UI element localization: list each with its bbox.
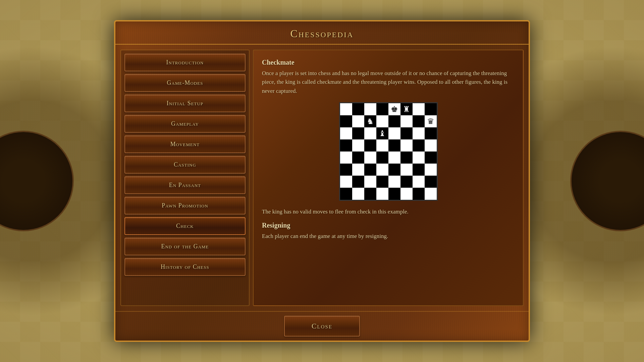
chess-cell-3-3 bbox=[376, 139, 388, 152]
sidebar-item-end-of-the-game[interactable]: End of the Game bbox=[124, 238, 246, 255]
sidebar-item-check[interactable]: Check bbox=[124, 217, 246, 235]
chess-cell-7-2 bbox=[364, 188, 376, 200]
chess-piece: ♝ bbox=[379, 129, 386, 137]
chess-cell-6-7 bbox=[425, 176, 437, 188]
chess-cell-4-4 bbox=[388, 152, 400, 164]
chess-cell-3-1 bbox=[352, 139, 364, 152]
chess-cell-5-2 bbox=[364, 164, 376, 176]
chess-cell-7-7 bbox=[425, 188, 437, 200]
chess-cell-6-0 bbox=[340, 176, 352, 188]
chess-cell-7-5 bbox=[400, 188, 413, 200]
chess-cell-2-1 bbox=[352, 127, 364, 139]
board-caption: The king has no valid moves to flee from… bbox=[262, 207, 515, 216]
chess-cell-5-3 bbox=[376, 164, 388, 176]
chess-cell-2-4 bbox=[388, 127, 400, 139]
sidebar: Introduction Game-Modes Initial Setup Ga… bbox=[120, 50, 250, 306]
sidebar-item-movement[interactable]: Movement bbox=[124, 135, 246, 153]
chess-cell-0-2 bbox=[364, 103, 376, 115]
chess-cell-4-6 bbox=[413, 152, 425, 164]
chess-cell-7-1 bbox=[352, 188, 364, 200]
sidebar-item-initial-setup[interactable]: Initial Setup bbox=[124, 95, 246, 112]
chess-cell-7-0 bbox=[340, 188, 352, 200]
chess-cell-0-6 bbox=[413, 103, 425, 115]
chess-cell-5-7 bbox=[425, 164, 437, 176]
content-area[interactable]: Checkmate Once a player is set into ches… bbox=[253, 50, 524, 306]
chess-cell-1-0 bbox=[340, 115, 352, 127]
dialog-title-bar: Chessopedia bbox=[115, 21, 529, 45]
section-body-resigning: Each player can end the game at any time… bbox=[262, 232, 515, 241]
chess-cell-6-3 bbox=[376, 176, 388, 188]
close-button[interactable]: Close bbox=[284, 316, 360, 337]
sidebar-item-introduction[interactable]: Introduction bbox=[124, 54, 246, 71]
chess-cell-0-1 bbox=[352, 103, 364, 115]
chess-cell-7-3 bbox=[376, 188, 388, 200]
section-title-checkmate: Checkmate bbox=[262, 59, 515, 66]
sidebar-item-history-of-chess[interactable]: History of Chess bbox=[124, 258, 246, 276]
chess-cell-6-4 bbox=[388, 176, 400, 188]
sidebar-item-en-passant[interactable]: En Passant bbox=[124, 176, 246, 194]
chess-cell-3-5 bbox=[400, 139, 413, 152]
chess-cell-4-1 bbox=[352, 152, 364, 164]
chess-cell-2-5 bbox=[400, 127, 413, 139]
chess-cell-6-5 bbox=[400, 176, 413, 188]
chess-cell-1-3 bbox=[376, 115, 388, 127]
section-body-checkmate: Once a player is set into chess and has … bbox=[262, 69, 515, 96]
chess-cell-4-2 bbox=[364, 152, 376, 164]
chess-cell-5-6 bbox=[413, 164, 425, 176]
dialog-footer: Close bbox=[115, 311, 529, 341]
sidebar-item-casting[interactable]: Casting bbox=[124, 156, 246, 174]
chess-cell-5-1 bbox=[352, 164, 364, 176]
chess-board-container: ♚♜♞♛♝ bbox=[262, 102, 515, 201]
chess-cell-1-1 bbox=[352, 115, 364, 127]
chess-cell-6-1 bbox=[352, 176, 364, 188]
chess-piece: ♛ bbox=[427, 117, 434, 125]
chess-cell-1-7: ♛ bbox=[425, 115, 437, 127]
chess-cell-3-2 bbox=[364, 139, 376, 152]
chess-cell-3-6 bbox=[413, 139, 425, 152]
section-title-resigning: Resigning bbox=[262, 222, 515, 229]
chess-piece: ♜ bbox=[403, 105, 410, 113]
chess-cell-2-6 bbox=[413, 127, 425, 139]
chess-cell-5-5 bbox=[400, 164, 413, 176]
chess-cell-7-6 bbox=[413, 188, 425, 200]
sidebar-item-gameplay[interactable]: Gameplay bbox=[124, 115, 246, 133]
chess-cell-1-6 bbox=[413, 115, 425, 127]
chess-piece: ♚ bbox=[391, 105, 398, 113]
chess-cell-1-2: ♞ bbox=[364, 115, 376, 127]
chess-cell-4-3 bbox=[376, 152, 388, 164]
chess-piece: ♞ bbox=[367, 117, 374, 125]
chess-cell-2-7 bbox=[425, 127, 437, 139]
chess-cell-4-7 bbox=[425, 152, 437, 164]
chess-cell-1-5 bbox=[400, 115, 413, 127]
chessopedia-dialog: Chessopedia Introduction Game-Modes Init… bbox=[114, 20, 530, 342]
chess-cell-7-4 bbox=[388, 188, 400, 200]
chess-cell-3-7 bbox=[425, 139, 437, 152]
dialog-title: Chessopedia bbox=[290, 27, 354, 40]
dialog-body: Introduction Game-Modes Initial Setup Ga… bbox=[115, 45, 529, 311]
chess-cell-0-0 bbox=[340, 103, 352, 115]
chess-cell-1-4 bbox=[388, 115, 400, 127]
chess-cell-3-4 bbox=[388, 139, 400, 152]
chess-cell-0-5: ♜ bbox=[400, 103, 413, 115]
chess-cell-6-2 bbox=[364, 176, 376, 188]
chess-cell-2-0 bbox=[340, 127, 352, 139]
sidebar-item-pawn-promotion[interactable]: Pawn Promotion bbox=[124, 197, 246, 215]
chess-cell-0-3 bbox=[376, 103, 388, 115]
chess-cell-5-0 bbox=[340, 164, 352, 176]
chess-cell-2-2 bbox=[364, 127, 376, 139]
chess-cell-0-7 bbox=[425, 103, 437, 115]
chess-cell-4-5 bbox=[400, 152, 413, 164]
chess-cell-5-4 bbox=[388, 164, 400, 176]
chess-cell-2-3: ♝ bbox=[376, 127, 388, 139]
chess-cell-4-0 bbox=[340, 152, 352, 164]
chess-cell-6-6 bbox=[413, 176, 425, 188]
chess-board: ♚♜♞♛♝ bbox=[339, 102, 438, 201]
chess-cell-3-0 bbox=[340, 139, 352, 152]
sidebar-item-game-modes[interactable]: Game-Modes bbox=[124, 74, 246, 92]
chess-cell-0-4: ♚ bbox=[388, 103, 400, 115]
